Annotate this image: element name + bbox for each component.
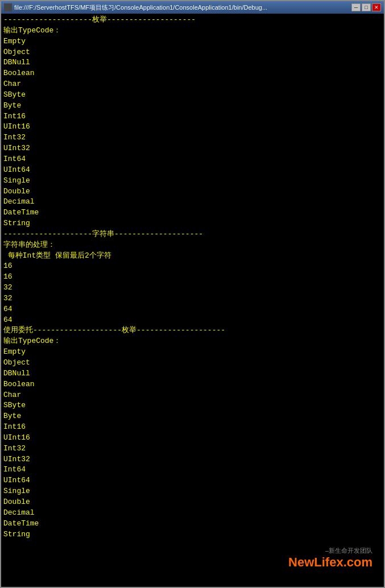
console-line: SByte (3, 90, 382, 101)
console-line: Empty (3, 347, 382, 358)
console-line: 32 (3, 293, 382, 304)
console-line: Char (3, 79, 382, 90)
console-output: --------------------枚举------------------… (1, 14, 384, 587)
console-line: Byte (3, 101, 382, 111)
console-line: Boolean (3, 379, 382, 390)
console-line: String (3, 218, 382, 229)
watermark-brand: NewLifex.com (288, 555, 372, 570)
console-line: Int16 (3, 111, 382, 122)
console-line: UInt64 (3, 475, 382, 486)
close-button[interactable]: ✕ (372, 3, 381, 11)
console-line: UInt32 (3, 454, 382, 465)
maximize-button[interactable]: □ (362, 3, 371, 11)
window-title: file:///F:/ServerhostTFS/MF项目练习/ConsoleA… (14, 3, 267, 12)
console-line: 使用委托--------------------枚举--------------… (3, 325, 382, 336)
console-line: Single (3, 176, 382, 187)
console-line: 16 (3, 261, 382, 272)
console-line: Int16 (3, 422, 382, 433)
console-line: DBNull (3, 368, 382, 379)
console-line: Decimal (3, 508, 382, 519)
console-line: Int64 (3, 465, 382, 475)
console-line: UInt16 (3, 122, 382, 132)
console-line: UInt32 (3, 143, 382, 154)
console-line: SByte (3, 400, 382, 411)
console-lines: --------------------枚举------------------… (3, 15, 382, 540)
console-line: Object (3, 358, 382, 368)
window-icon (4, 3, 12, 11)
console-line: 字符串的处理： (3, 240, 382, 251)
console-line: Empty (3, 36, 382, 47)
console-line: Single (3, 486, 382, 497)
console-line: --------------------枚举------------------… (3, 15, 382, 26)
watermark-team: –新生命开发团队 (288, 546, 372, 555)
console-line: Boolean (3, 68, 382, 79)
console-line: DateTime (3, 208, 382, 218)
console-line: String (3, 529, 382, 540)
console-line: 64 (3, 315, 382, 326)
minimize-button[interactable]: ─ (351, 3, 361, 11)
console-line: UInt16 (3, 433, 382, 444)
console-line: Byte (3, 411, 382, 422)
console-line: Int32 (3, 132, 382, 143)
title-bar: file:///F:/ServerhostTFS/MF项目练习/ConsoleA… (1, 1, 384, 14)
title-bar-left: file:///F:/ServerhostTFS/MF项目练习/ConsoleA… (4, 3, 267, 12)
console-line: 输出TypeCode： (3, 336, 382, 347)
console-line: Double (3, 187, 382, 197)
console-line: Object (3, 47, 382, 58)
watermark: –新生命开发团队 NewLifex.com (288, 546, 372, 570)
console-line: DBNull (3, 57, 382, 68)
console-line: UInt64 (3, 165, 382, 176)
console-line: 64 (3, 304, 382, 315)
console-line: 每种Int类型 保留最后2个字符 (3, 251, 382, 262)
console-line: 16 (3, 272, 382, 283)
console-line: Int64 (3, 154, 382, 165)
console-line: Decimal (3, 197, 382, 208)
console-line: Char (3, 390, 382, 401)
console-line: Double (3, 497, 382, 508)
console-line: --------------------字符串-----------------… (3, 229, 382, 240)
console-window: file:///F:/ServerhostTFS/MF项目练习/ConsoleA… (0, 0, 385, 588)
title-buttons[interactable]: ─ □ ✕ (351, 3, 381, 11)
console-line: 32 (3, 283, 382, 293)
brand-suffix: .com (343, 555, 372, 569)
brand-dot: x (336, 555, 343, 569)
console-line: 输出TypeCode： (3, 26, 382, 36)
brand-text: NewLife (288, 555, 336, 569)
console-line: DateTime (3, 519, 382, 529)
console-line: Int32 (3, 444, 382, 454)
